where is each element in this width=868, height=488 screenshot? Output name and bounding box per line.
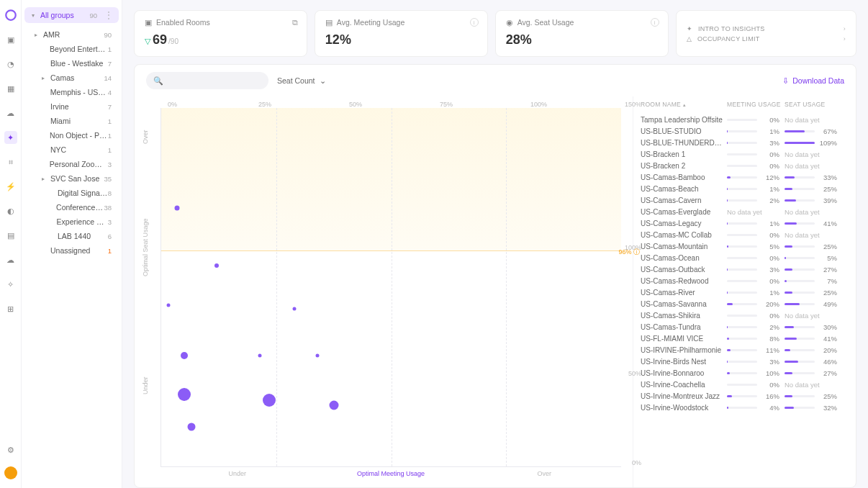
table-row[interactable]: Tampa Leadership Offsite0%No data yet [641,114,853,125]
chart-bubble[interactable] [316,353,320,357]
nav-alerts-icon[interactable]: ◔ [4,58,17,71]
chart-bubble[interactable] [187,423,195,431]
nav-cloud-icon[interactable]: ☁ [4,107,17,119]
x-label-optimal: Optimal Meeting Usage [314,470,467,477]
chart-bubble[interactable] [214,263,219,268]
nav-rail: ▣ ◔ ▦ ☁ ✦ ⌗ ⚡ ◐ ▤ ☁ ✧ ⊞ ⚙ [0,0,22,488]
table-row[interactable]: US-Irvine-Bonnaroo10%27% [641,367,853,379]
chart-bubble[interactable] [166,303,170,307]
table-row[interactable]: US-Irvine-Woodstock4%32% [641,402,853,413]
card-seat-usage: ◉Avg. Seat Usage 28% i [495,10,669,57]
sidebar-item[interactable]: Blue - Westlake7 [22,56,122,71]
external-link-icon[interactable]: ⧉ [292,18,298,27]
sidebar-item[interactable]: Non Object - Port…1 [22,128,122,143]
table-row[interactable]: US-Camas-Outback3%27% [641,263,853,275]
col-seat-usage[interactable]: SEAT USAGE [785,101,853,108]
table-row[interactable]: US-Camas-Ocean0%5% [641,252,853,263]
nav-settings2-icon[interactable]: ⊞ [4,302,17,315]
sort-dropdown[interactable]: Seat Count ⌄ [277,76,326,85]
chevron-right-icon: › [844,25,846,32]
table-row[interactable]: US-Camas-EvergladeNo data yetNo data yet [641,206,853,217]
calendar-icon: ▤ [325,18,333,27]
sidebar-item[interactable]: Memphis - USDC4 [22,85,122,99]
table-row[interactable]: US-Camas-River1%25% [641,286,853,298]
sidebar-item[interactable]: Miami1 [22,114,122,128]
nav-weather-icon[interactable]: ☁ [4,253,17,266]
chevron-down-icon: ⌄ [320,76,326,85]
table-row[interactable]: US-Irvine-Coachella0%No data yet [641,379,853,390]
table-row[interactable]: US-Camas-Beach1%25% [641,183,853,194]
table-row[interactable]: US-Camas-MC Collab0%No data yet [641,229,853,240]
sidebar-item[interactable]: Digital Signage8 [22,186,122,200]
sidebar-item[interactable]: LAB 14406 [22,229,122,243]
info-icon[interactable]: i [470,18,479,27]
gear-icon[interactable]: ⚙ [4,443,17,456]
nav-dash2-icon[interactable]: ◐ [4,204,17,217]
table-row[interactable]: US-Camas-Bamboo12%33% [641,171,853,183]
stat-cards: ▣Enabled Rooms ▽ 69/90 ⧉ ▤Avg. Meeting U… [134,10,856,57]
sidebar-item[interactable]: Beyond Entertain…1 [22,42,122,56]
table-row[interactable]: US-Camas-Tundra2%30% [641,321,853,333]
chart-bubble[interactable] [293,307,297,310]
chart-bubble[interactable] [181,352,188,359]
table-row[interactable]: US-Bracken 10%No data yet [641,148,853,160]
more-icon[interactable]: ⋮ [104,10,113,20]
card-insights-links: ✦ INTRO TO INSIGHTS › △ OCCUPANCY LIMIT … [676,10,856,57]
sort-asc-icon: ▴ [683,102,686,107]
chart-bubble[interactable] [329,401,338,410]
nav-hierarchy-icon[interactable]: ⌗ [4,155,17,168]
x-label-under: Under [161,470,314,477]
col-meeting-usage[interactable]: MEETING USAGE [727,101,785,108]
table-row[interactable]: US-Camas-Shikira0%No data yet [641,309,853,321]
chart-bubble[interactable] [263,394,276,407]
table-row[interactable]: US-Camas-Redwood0%7% [641,275,853,286]
sidebar-item[interactable]: ▸AMR90 [22,27,122,42]
sidebar-item[interactable]: ▸SVC San Jose35 [22,171,122,186]
table-row[interactable]: US-Irvine-Montreux Jazz16%25% [641,390,853,402]
table-row[interactable]: US-Irvine-Birds Nest3%46% [641,356,853,367]
nav-reports-icon[interactable]: ▦ [4,82,17,95]
logo-icon[interactable] [4,9,17,22]
table-row[interactable]: US-FL-MIAMI VICE8%41% [641,333,853,344]
link-intro-insights[interactable]: ✦ INTRO TO INSIGHTS › [687,25,846,32]
nav-insights-icon[interactable]: ✦ [4,131,17,144]
search-input[interactable]: 🔍 [146,72,268,89]
sidebar-item[interactable]: Experience Center3 [22,214,122,229]
svg-point-0 [6,10,16,20]
info-icon[interactable]: i [651,18,659,27]
download-data-button[interactable]: ⇩ Download Data [782,76,844,85]
chevron-right-icon: › [844,35,846,42]
sidebar-item[interactable]: NYC1 [22,143,122,157]
table-row[interactable]: US-IRVINE-Philharmonie11%20% [641,344,853,356]
table-row[interactable]: US-Camas-Mountain5%25% [641,240,853,252]
table-row[interactable]: US-Camas-Savanna20%49% [641,298,853,309]
sidebar-item[interactable]: ▸Camas14 [22,71,122,85]
search-icon: 🔍 [153,76,163,86]
y-label-over: Over [142,130,149,144]
table-row[interactable]: US-Bracken 20%No data yet [641,160,853,171]
table-row[interactable]: US-BLUE-THUNDERDOME3%109% [641,137,853,148]
nav-idea-icon[interactable]: ✧ [4,278,17,291]
nav-grid-icon[interactable]: ▤ [4,229,17,242]
card-enabled-rooms: ▣Enabled Rooms ▽ 69/90 ⧉ [134,10,307,57]
room-table[interactable]: ROOM NAME▴ MEETING USAGE SEAT USAGE Tamp… [633,96,856,487]
chart-bubble[interactable] [178,388,191,401]
table-row[interactable]: US-BLUE-STUDIO1%67% [641,125,853,137]
nav-plug-icon[interactable]: ⚡ [4,180,17,193]
chart-bubble[interactable] [258,353,262,357]
avatar[interactable] [4,466,17,479]
table-row[interactable]: US-Camas-Cavern2%39% [641,194,853,206]
sidebar-item[interactable]: Unassigned1 [22,243,122,258]
link-occupancy-limit[interactable]: △ OCCUPANCY LIMIT › [687,35,846,42]
table-row[interactable]: US-Camas-Legacy1%41% [641,217,853,229]
sidebar: ▾ All groups 90 ⋮ ▸AMR90Beyond Entertain… [22,0,122,488]
sidebar-item[interactable]: Irvine7 [22,99,122,114]
sidebar-all-groups[interactable]: ▾ All groups 90 ⋮ [24,7,119,23]
sidebar-item[interactable]: Personal ZoomRo…3 [22,157,122,171]
chevron-icon: ▸ [42,176,48,182]
sidebar-item[interactable]: Conference Roo…38 [22,200,122,214]
chart-bubble[interactable] [175,206,180,211]
rooms-icon: ▣ [145,18,152,27]
col-room-name[interactable]: ROOM NAME▴ [641,101,727,108]
nav-dashboard-icon[interactable]: ▣ [4,33,17,46]
